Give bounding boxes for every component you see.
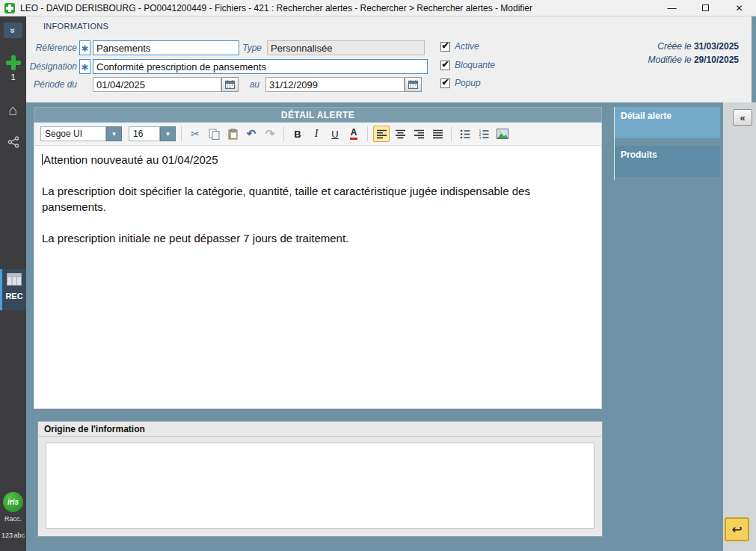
sidebar-item-pharmacy[interactable]: 1 <box>0 55 26 81</box>
window-title: LEO - DAVID DERISBOURG - PO0041200449 - … <box>20 3 532 13</box>
reference-required-icon: ∗ <box>79 40 90 55</box>
font-size-value: 16 <box>129 126 160 141</box>
home-icon: ⌂ <box>8 102 17 118</box>
modified-label: Modifiée le <box>648 55 692 65</box>
iris-logo: iris <box>3 492 23 512</box>
svg-text:3: 3 <box>479 135 481 139</box>
numbered-list-icon: 123 <box>479 129 490 139</box>
redo-icon: ↷ <box>265 127 275 141</box>
check-icon: ✔ <box>441 60 449 69</box>
numbered-list-button[interactable]: 123 <box>476 126 492 142</box>
font-family-select[interactable]: Segoe UI ▼ <box>40 126 122 141</box>
font-color-button[interactable]: A <box>345 126 362 142</box>
right-strip <box>723 102 756 551</box>
reference-label: Référence <box>31 43 77 53</box>
paste-icon <box>227 129 239 140</box>
periode-to-input[interactable] <box>265 77 405 92</box>
sidebar-footer: 123 abc <box>0 532 26 539</box>
type-input <box>267 40 425 55</box>
periode-from-input[interactable] <box>93 77 221 92</box>
numeric-mode-label: 123 <box>1 532 13 539</box>
window-controls: — ✕ <box>655 0 756 16</box>
copy-button[interactable] <box>206 126 222 142</box>
toolbar-separator <box>451 126 452 141</box>
check-icon: ✔ <box>441 78 449 87</box>
reference-input[interactable] <box>93 40 239 55</box>
font-size-select[interactable]: 16 ▼ <box>129 126 176 141</box>
origine-title: Origine de l'information <box>44 424 145 434</box>
italic-button[interactable]: I <box>308 126 325 142</box>
bloquante-checkbox-label: Bloquante <box>455 60 495 70</box>
created-value: 31/03/2025 <box>694 41 739 52</box>
chevron-down-icon[interactable]: ▼ <box>160 126 176 141</box>
editor-toolbar: Segoe UI ▼ 16 ▼ ✂ ↶ ↷ B I U A <box>34 123 602 146</box>
double-chevron-down-icon: » <box>7 28 19 32</box>
underline-icon: U <box>331 129 338 140</box>
editor-paragraph: La prescription doit spécifier la catégo… <box>42 183 594 215</box>
periode-label: Période du <box>26 79 77 90</box>
home-button[interactable]: ⌂ <box>0 102 26 117</box>
bullet-list-button[interactable] <box>457 126 473 142</box>
undo-button[interactable]: ↶ <box>243 126 259 142</box>
cut-button[interactable]: ✂ <box>187 126 203 142</box>
sidebar-item-rec[interactable]: REC <box>0 269 26 310</box>
sidebar-expand-button[interactable]: » <box>4 22 22 38</box>
tab-detail-alerte[interactable]: Détail alerte <box>615 107 720 138</box>
return-button[interactable]: ↩ <box>725 517 749 541</box>
return-arrow-icon: ↩ <box>731 522 742 538</box>
tab-produits[interactable]: Produits <box>615 146 720 177</box>
justify-icon <box>432 129 443 139</box>
editor-line-1: Attention nouveauté au 01/04/2025 <box>43 153 218 166</box>
align-center-icon <box>395 129 406 139</box>
popup-checkbox-box[interactable]: ✔ <box>440 79 450 88</box>
redo-button[interactable]: ↷ <box>262 126 278 142</box>
toolbar-separator <box>283 126 284 141</box>
modified-meta: Modifiée le 29/10/2025 <box>648 55 739 65</box>
text-cursor <box>42 154 43 165</box>
chevron-down-icon[interactable]: ▼ <box>106 126 122 141</box>
font-family-value: Segoe UI <box>40 126 106 141</box>
undo-icon: ↶ <box>247 127 256 141</box>
active-checkbox-box[interactable]: ✔ <box>440 42 450 52</box>
checkbox-active[interactable]: ✔ Active <box>440 41 479 52</box>
align-right-button[interactable] <box>411 126 427 142</box>
checkbox-popup[interactable]: ✔ Popup <box>440 78 481 88</box>
origine-textarea[interactable] <box>46 443 594 529</box>
share-button[interactable] <box>0 136 26 148</box>
checkbox-bloquante[interactable]: ✔ Bloquante <box>440 60 495 70</box>
bloquante-checkbox-box[interactable]: ✔ <box>440 61 450 70</box>
calendar-icon <box>408 80 418 89</box>
origine-groupbox: Origine de l'information <box>37 421 603 537</box>
minimize-button[interactable]: — <box>655 0 689 16</box>
alert-detail-editor[interactable]: Attention nouveauté au 01/04/2025 La pre… <box>34 146 602 409</box>
detail-alerte-header: DÉTAIL ALERTE <box>34 107 602 123</box>
periode-to-calendar-button[interactable] <box>405 77 422 92</box>
maximize-button[interactable] <box>689 0 722 16</box>
periode-from-calendar-button[interactable] <box>221 77 239 92</box>
toolbar-separator <box>181 126 182 141</box>
font-color-icon: A <box>350 128 358 140</box>
toolbar-separator <box>367 126 368 141</box>
rec-label: REC <box>2 292 26 301</box>
bold-button[interactable]: B <box>289 126 306 142</box>
created-meta: Créée le 31/03/2025 <box>657 41 739 52</box>
notification-badge: 1 <box>0 73 26 81</box>
align-left-button[interactable] <box>373 126 390 142</box>
informations-panel: INFORMATIONS Référence ∗ Type ✔ Active C… <box>26 16 752 102</box>
align-right-icon <box>414 129 425 139</box>
underline-button[interactable]: U <box>327 126 343 142</box>
section-title: INFORMATIONS <box>43 22 108 31</box>
align-center-button[interactable] <box>392 126 408 142</box>
insert-image-button[interactable] <box>494 126 511 142</box>
bullet-list-icon <box>460 129 471 139</box>
italic-icon: I <box>315 128 319 140</box>
designation-input[interactable] <box>93 59 428 74</box>
collapse-icon: « <box>740 112 745 123</box>
close-button[interactable]: ✕ <box>722 0 756 16</box>
collapse-panel-button[interactable]: « <box>733 109 752 126</box>
designation-label: Désignation <box>26 61 77 72</box>
justify-button[interactable] <box>429 126 446 142</box>
paste-button[interactable] <box>224 126 241 142</box>
check-icon: ✔ <box>441 41 449 50</box>
close-icon: ✕ <box>735 3 743 13</box>
